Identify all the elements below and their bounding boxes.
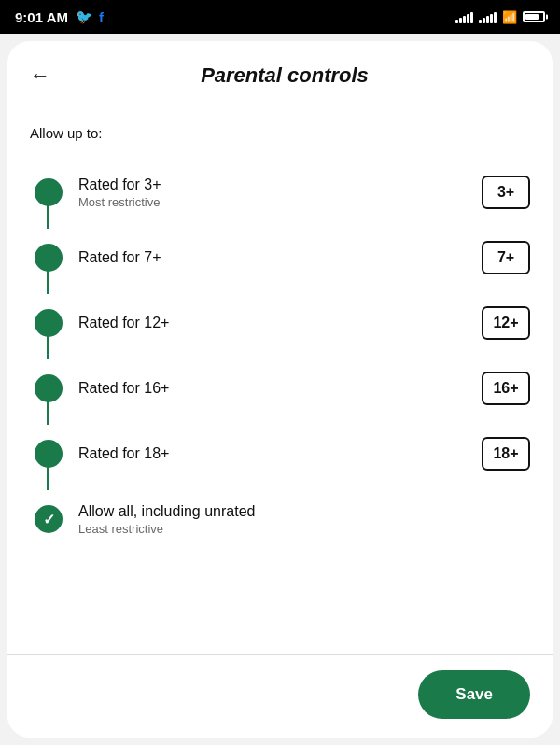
dot-column <box>30 178 67 206</box>
rating-dot <box>35 374 63 402</box>
checkmark-icon: ✓ <box>43 511 55 528</box>
rating-text: Rated for 18+ <box>67 445 482 462</box>
rating-badge: 12+ <box>482 306 530 340</box>
main-card: ← Parental controls Allow up to: Rated f… <box>7 41 553 738</box>
rating-text: Rated for 7+ <box>67 249 482 266</box>
rating-text: Rated for 16+ <box>67 380 482 397</box>
rating-subtitle: Least restrictive <box>78 522 519 536</box>
status-icons: 🐦 f <box>76 8 104 25</box>
signal-bars-1 <box>455 11 473 23</box>
rating-text: Rated for 3+Most restrictive <box>67 176 482 209</box>
rating-badge: 3+ <box>482 176 530 209</box>
rating-dot <box>35 178 63 206</box>
facebook-icon: f <box>99 9 104 25</box>
rating-badge: 7+ <box>482 241 530 274</box>
rating-subtitle: Most restrictive <box>78 195 470 209</box>
rating-badge: 18+ <box>482 437 530 471</box>
battery-icon <box>523 11 545 22</box>
rating-text: Rated for 12+ <box>67 315 482 331</box>
rating-dot <box>35 309 63 337</box>
list-item[interactable]: ✓Allow all, including unratedLeast restr… <box>30 486 530 552</box>
list-item[interactable]: Rated for 3+Most restrictive3+ <box>30 160 530 225</box>
rating-title: Rated for 16+ <box>78 380 470 397</box>
rating-title: Rated for 7+ <box>78 249 470 266</box>
footer: Save <box>7 655 553 738</box>
status-right: 📶 <box>455 10 545 24</box>
rating-dot: ✓ <box>35 505 63 533</box>
status-bar: 9:01 AM 🐦 f 📶 <box>0 0 560 34</box>
rating-dot <box>35 244 63 272</box>
save-button[interactable]: Save <box>418 670 530 719</box>
signal-bars-2 <box>479 11 497 23</box>
back-button[interactable]: ← <box>26 60 62 91</box>
back-arrow-icon: ← <box>30 63 50 88</box>
list-item[interactable]: Rated for 16+16+ <box>30 356 530 421</box>
allow-label: Allow up to: <box>30 125 530 141</box>
dot-column <box>30 440 67 468</box>
rating-title: Allow all, including unrated <box>78 503 519 520</box>
rating-title: Rated for 18+ <box>78 445 470 462</box>
list-item[interactable]: Rated for 12+12+ <box>30 290 530 356</box>
rating-title: Rated for 12+ <box>78 315 470 331</box>
rating-title: Rated for 3+ <box>78 176 470 193</box>
content-area: Allow up to: Rated for 3+Most restrictiv… <box>7 106 553 654</box>
rating-badge: 16+ <box>482 372 530 405</box>
page-title: Parental controls <box>62 63 508 88</box>
dot-column: ✓ <box>30 505 67 533</box>
header: ← Parental controls <box>7 41 553 106</box>
list-item[interactable]: Rated for 18+18+ <box>30 421 530 486</box>
twitter-icon: 🐦 <box>76 8 93 25</box>
rating-text: Allow all, including unratedLeast restri… <box>67 503 530 536</box>
rating-dot <box>35 440 63 468</box>
rating-list: Rated for 3+Most restrictive3+Rated for … <box>30 160 530 552</box>
dot-column <box>30 244 67 272</box>
dot-column <box>30 309 67 337</box>
status-left: 9:01 AM 🐦 f <box>15 8 104 25</box>
list-item[interactable]: Rated for 7+7+ <box>30 225 530 290</box>
dot-column <box>30 374 67 402</box>
wifi-icon: 📶 <box>502 10 517 24</box>
status-time: 9:01 AM <box>15 9 68 25</box>
